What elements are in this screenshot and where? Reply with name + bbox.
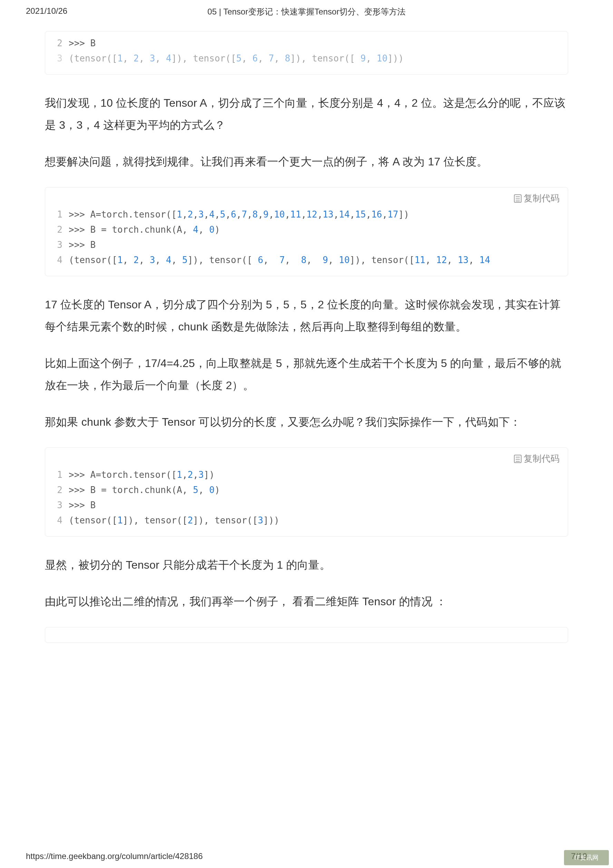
line-number: 1 <box>56 207 69 222</box>
line-number: 2 <box>56 222 69 237</box>
code-lines: 1>>> A=torch.tensor([1,2,3,4,5,6,7,8,9,1… <box>56 207 557 268</box>
code-line: 2>>> B = torch.chunk(A, 4, 0) <box>56 222 557 237</box>
line-number: 3 <box>56 237 69 253</box>
watermark: IT资讯网 <box>564 850 609 865</box>
copy-code-button[interactable]: 复制代码 <box>514 192 559 205</box>
copy-icon <box>514 455 522 463</box>
line-number: 3 <box>56 51 69 66</box>
paragraph: 我们发现，10 位长度的 Tensor A，切分成了三个向量，长度分别是 4，4… <box>45 92 568 136</box>
line-number: 1 <box>56 467 69 482</box>
code-text: >>> B <box>69 237 96 253</box>
line-number: 3 <box>56 498 69 513</box>
copy-label: 复制代码 <box>523 453 559 465</box>
code-text: (tensor([1, 2, 3, 4]), tensor([5, 6, 7, … <box>69 51 404 66</box>
line-number: 2 <box>56 482 69 498</box>
copy-icon <box>514 194 522 203</box>
code-text: (tensor([1, 2, 3, 4, 5]), tensor([ 6, 7,… <box>69 253 490 268</box>
code-line: 3>>> B <box>56 498 557 513</box>
paragraph: 想要解决问题，就得找到规律。让我们再来看一个更大一点的例子，将 A 改为 17 … <box>45 150 568 173</box>
code-line: 2>>> B = torch.chunk(A, 5, 0) <box>56 482 557 498</box>
code-text: (tensor([1]), tensor([2]), tensor([3])) <box>69 513 280 528</box>
paragraph: 那如果 chunk 参数大于 Tensor 可以切分的长度，又要怎么办呢？我们实… <box>45 411 568 433</box>
code-text: >>> B = torch.chunk(A, 5, 0) <box>69 482 220 498</box>
code-text: >>> B <box>69 498 96 513</box>
code-line: 3>>> B <box>56 237 557 253</box>
header-date: 2021/10/26 <box>26 6 129 17</box>
code-block-4 <box>45 627 568 643</box>
paragraph: 由此可以推论出二维的情况，我们再举一个例子， 看看二维矩阵 Tensor 的情况… <box>45 591 568 612</box>
code-line: 1>>> A=torch.tensor([1,2,3,4,5,6,7,8,9,1… <box>56 207 557 222</box>
code-lines: 1>>> A=torch.tensor([1,2,3])2>>> B = tor… <box>56 467 557 528</box>
page-header: 2021/10/26 05 | Tensor变形记：快速掌握Tensor切分、变… <box>0 0 613 21</box>
code-lines: 2>>> B3(tensor([1, 2, 3, 4]), tensor([5,… <box>56 36 557 66</box>
paragraph: 17 位长度的 Tensor A，切分成了四个分别为 5，5，5，2 位长度的向… <box>45 293 568 338</box>
code-line: 1>>> A=torch.tensor([1,2,3]) <box>56 467 557 482</box>
code-line: 4(tensor([1, 2, 3, 4, 5]), tensor([ 6, 7… <box>56 253 557 268</box>
code-text: >>> A=torch.tensor([1,2,3]) <box>69 467 215 482</box>
copy-code-button[interactable]: 复制代码 <box>514 453 559 465</box>
code-block-3: 复制代码 1>>> A=torch.tensor([1,2,3])2>>> B … <box>45 448 568 536</box>
code-block-2: 复制代码 1>>> A=torch.tensor([1,2,3,4,5,6,7,… <box>45 187 568 276</box>
line-number: 4 <box>56 513 69 528</box>
paragraph: 显然，被切分的 Tensor 只能分成若干个长度为 1 的向量。 <box>45 554 568 576</box>
code-line: 2>>> B <box>56 36 557 51</box>
code-block-1: 2>>> B3(tensor([1, 2, 3, 4]), tensor([5,… <box>45 31 568 74</box>
footer-url: https://time.geekbang.org/column/article… <box>26 851 203 861</box>
code-line: 4(tensor([1]), tensor([2]), tensor([3])) <box>56 513 557 528</box>
code-text: >>> A=torch.tensor([1,2,3,4,5,6,7,8,9,10… <box>69 207 409 222</box>
line-number: 4 <box>56 253 69 268</box>
copy-label: 复制代码 <box>523 192 559 205</box>
code-text: >>> B <box>69 36 96 51</box>
main-content: 2>>> B3(tensor([1, 2, 3, 4]), tensor([5,… <box>0 31 613 643</box>
line-number: 2 <box>56 36 69 51</box>
header-title: 05 | Tensor变形记：快速掌握Tensor切分、变形等方法 <box>129 6 484 17</box>
paragraph: 比如上面这个例子，17/4=4.25，向上取整就是 5，那就先逐个生成若干个长度… <box>45 352 568 396</box>
code-line: 3(tensor([1, 2, 3, 4]), tensor([5, 6, 7,… <box>56 51 557 66</box>
code-text: >>> B = torch.chunk(A, 4, 0) <box>69 222 220 237</box>
page-footer: https://time.geekbang.org/column/article… <box>0 851 613 861</box>
